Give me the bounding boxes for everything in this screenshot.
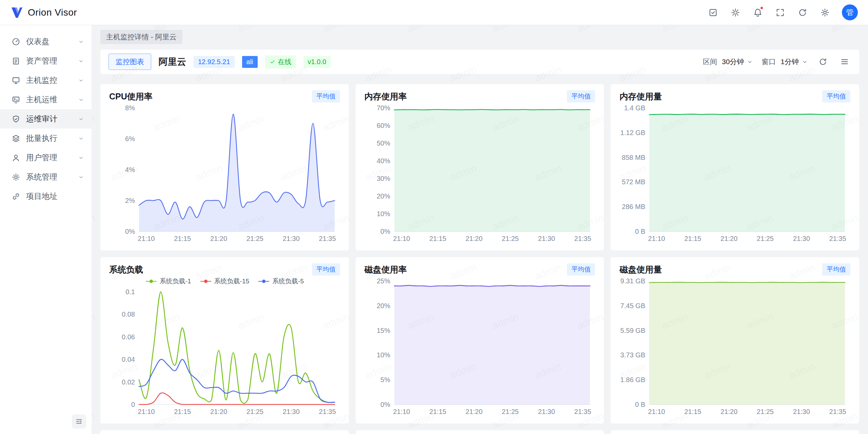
chart-title: 内存使用量 bbox=[619, 91, 662, 102]
svg-text:21:20: 21:20 bbox=[210, 235, 227, 242]
svg-text:1.12 GB: 1.12 GB bbox=[620, 129, 645, 136]
svg-text:3.73 GB: 3.73 GB bbox=[620, 351, 645, 359]
svg-text:21:35: 21:35 bbox=[574, 408, 591, 415]
sidebar-collapse-button[interactable] bbox=[72, 414, 86, 429]
fullscreen-icon[interactable] bbox=[771, 3, 790, 22]
svg-text:9.31 GB: 9.31 GB bbox=[620, 278, 645, 285]
users-icon bbox=[12, 153, 20, 162]
sidebar-item-7[interactable]: 用户管理 bbox=[0, 148, 92, 167]
svg-text:21:15: 21:15 bbox=[429, 235, 446, 242]
refresh-charts-button[interactable] bbox=[816, 55, 829, 68]
chevron-down-icon bbox=[78, 58, 84, 64]
window-select-value: 1分钟 bbox=[781, 57, 799, 67]
sidebar-item-6[interactable]: 批量执行 bbox=[0, 129, 92, 148]
legend-item[interactable]: 系统负载-5 bbox=[258, 277, 304, 286]
sidebar-item-label: 项目地址 bbox=[26, 191, 84, 202]
average-badge: 平均值 bbox=[822, 263, 850, 276]
chart-plot: 0 B286 MB572 MB858 MB1.12 GB1.4 GB21:102… bbox=[619, 105, 850, 244]
reload-icon[interactable] bbox=[793, 3, 812, 22]
chart-area: 00.020.040.060.080.121:1021:1521:2021:25… bbox=[109, 288, 340, 417]
svg-text:21:35: 21:35 bbox=[829, 235, 846, 242]
svg-text:21:15: 21:15 bbox=[429, 408, 446, 415]
app-title: Orion Visor bbox=[28, 7, 77, 18]
chevron-down-icon bbox=[78, 77, 84, 83]
sidebar-item-2[interactable]: 资产管理 bbox=[0, 51, 92, 71]
sidebar-item-5[interactable]: 运维审计 bbox=[0, 109, 92, 129]
chart-card-partial bbox=[611, 430, 859, 434]
svg-text:21:30: 21:30 bbox=[283, 235, 300, 242]
legend-item[interactable]: 系统负载-1 bbox=[145, 277, 191, 286]
svg-text:20%: 20% bbox=[377, 192, 390, 200]
svg-text:60%: 60% bbox=[377, 122, 390, 129]
chart-card-6: 磁盘使用量平均值0 B1.86 GB3.73 GB5.59 GB7.45 GB9… bbox=[611, 257, 859, 423]
range-select[interactable]: 30分钟 bbox=[722, 57, 753, 67]
chart-layout-button[interactable] bbox=[838, 55, 851, 68]
host-info-group: 监控图表 阿里云 12.92.5.21 ali 在线 v1.0.0 bbox=[108, 54, 331, 70]
svg-text:21:15: 21:15 bbox=[174, 235, 191, 242]
svg-text:1.86 GB: 1.86 GB bbox=[620, 376, 645, 383]
svg-text:21:10: 21:10 bbox=[393, 235, 410, 242]
sidebar-item-1[interactable]: 仪表盘 bbox=[0, 32, 92, 51]
host-name: 阿里云 bbox=[159, 56, 186, 68]
svg-text:25%: 25% bbox=[377, 278, 390, 285]
svg-text:21:25: 21:25 bbox=[757, 408, 774, 415]
host-ip-tag: 12.92.5.21 bbox=[194, 56, 235, 68]
chart-plot: 0 B1.86 GB3.73 GB5.59 GB7.45 GB9.31 GB21… bbox=[619, 278, 850, 417]
svg-text:21:35: 21:35 bbox=[574, 235, 591, 242]
user-avatar[interactable]: 管 bbox=[842, 4, 858, 20]
svg-text:5%: 5% bbox=[380, 376, 390, 383]
svg-text:0 B: 0 B bbox=[635, 228, 645, 235]
sidebar-item-3[interactable]: 主机监控 bbox=[0, 71, 92, 90]
chevron-down-icon bbox=[78, 135, 84, 141]
svg-text:21:25: 21:25 bbox=[502, 408, 519, 415]
svg-text:21:20: 21:20 bbox=[210, 408, 227, 415]
chart-plot: 0%10%20%30%40%50%60%70%21:1021:1521:2021… bbox=[364, 105, 595, 244]
svg-text:21:20: 21:20 bbox=[721, 408, 737, 415]
chart-area: 0%5%10%15%20%25%21:1021:1521:2021:2521:3… bbox=[364, 278, 595, 417]
legend-item[interactable]: 系统负载-15 bbox=[200, 277, 249, 286]
topbar-actions: 管 bbox=[704, 3, 858, 22]
window-label: 窗口 bbox=[762, 57, 776, 67]
sidebar-item-4[interactable]: 主机运维 bbox=[0, 90, 92, 109]
sidebar-item-8[interactable]: 系统管理 bbox=[0, 167, 92, 187]
notifications-icon[interactable] bbox=[748, 3, 767, 22]
host-alias-tag: ali bbox=[242, 56, 258, 68]
chevron-down-icon bbox=[747, 59, 753, 65]
gear-icon bbox=[12, 173, 20, 182]
chart-area: 0 B286 MB572 MB858 MB1.12 GB1.4 GB21:102… bbox=[619, 105, 850, 244]
sidebar-item-label: 批量执行 bbox=[26, 133, 72, 144]
agent-version-tag: v1.0.0 bbox=[303, 56, 331, 68]
chart-card-3: 内存使用量平均值0 B286 MB572 MB858 MB1.12 GB1.4 … bbox=[611, 84, 859, 250]
sidebar-menu: 仪表盘资产管理主机监控主机运维运维审计批量执行用户管理系统管理项目地址 bbox=[0, 32, 92, 206]
next-row-partial bbox=[100, 430, 859, 434]
window-select[interactable]: 1分钟 bbox=[781, 57, 808, 67]
chart-plot: 00.020.040.060.080.121:1021:1521:2021:25… bbox=[109, 288, 340, 417]
main-content: 主机监控详情 - 阿里云 监控图表 阿里云 12.92.5.21 ali 在线 … bbox=[92, 25, 868, 434]
svg-text:6%: 6% bbox=[125, 135, 135, 143]
average-badge: 平均值 bbox=[312, 90, 340, 102]
app-logo[interactable]: Orion Visor bbox=[10, 6, 77, 19]
svg-text:0%: 0% bbox=[380, 228, 390, 235]
dashboard-icon bbox=[12, 37, 20, 46]
checklist-icon[interactable] bbox=[704, 3, 723, 22]
average-badge: 平均值 bbox=[822, 90, 850, 102]
svg-text:21:25: 21:25 bbox=[757, 235, 774, 242]
svg-text:21:25: 21:25 bbox=[246, 408, 263, 415]
svg-text:21:20: 21:20 bbox=[721, 235, 737, 242]
monitor-chart-button[interactable]: 监控图表 bbox=[108, 54, 151, 70]
svg-text:858 MB: 858 MB bbox=[622, 154, 645, 161]
svg-text:21:35: 21:35 bbox=[319, 235, 336, 242]
svg-text:21:10: 21:10 bbox=[138, 235, 155, 242]
average-badge: 平均值 bbox=[567, 90, 595, 102]
host-status-tag: 在线 bbox=[265, 55, 296, 69]
theme-icon[interactable] bbox=[726, 3, 745, 22]
svg-text:286 MB: 286 MB bbox=[622, 203, 645, 210]
svg-text:5.59 GB: 5.59 GB bbox=[620, 327, 645, 334]
sidebar-item-9[interactable]: 项目地址 bbox=[0, 187, 92, 206]
settings-icon[interactable] bbox=[815, 3, 834, 22]
topbar-icons bbox=[704, 3, 834, 22]
svg-text:2%: 2% bbox=[125, 197, 135, 204]
breadcrumb[interactable]: 主机监控详情 - 阿里云 bbox=[100, 30, 182, 44]
svg-text:0%: 0% bbox=[380, 401, 390, 408]
svg-text:1.4 GB: 1.4 GB bbox=[624, 105, 645, 112]
